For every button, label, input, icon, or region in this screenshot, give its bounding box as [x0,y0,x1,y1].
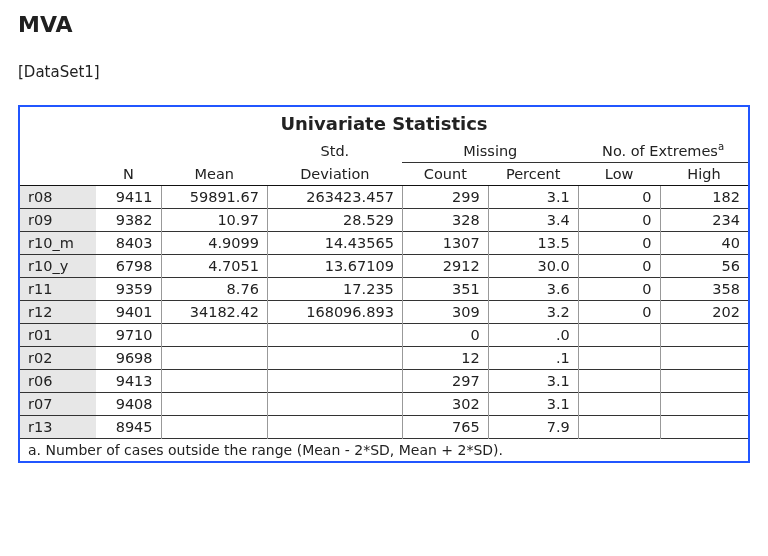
cell-missing-count: 2912 [402,254,488,277]
table-header-row-2: N Mean Deviation Count Percent Low High [20,162,748,185]
dataset-label: [DataSet1] [18,63,750,81]
header-rowlab [20,162,96,185]
cell-missing-count: 297 [402,369,488,392]
cell-variable: r09 [20,208,96,231]
cell-extremes-high: 40 [660,231,748,254]
cell-extremes-low: 0 [578,208,660,231]
cell-missing-count: 12 [402,346,488,369]
cell-extremes-low [578,346,660,369]
cell-missing-count: 1307 [402,231,488,254]
cell-stddev: 263423.457 [267,185,402,208]
cell-extremes-high: 182 [660,185,748,208]
cell-extremes-low [578,415,660,438]
table-footnote-row: a. Number of cases outside the range (Me… [20,438,748,461]
table-title: Univariate Statistics [20,107,748,138]
cell-n: 9710 [96,323,161,346]
table-row: r1193598.7617.2353513.60358 [20,277,748,300]
cell-stddev: 28.529 [267,208,402,231]
cell-stddev [267,369,402,392]
cell-mean: 59891.67 [161,185,267,208]
cell-stddev: 14.43565 [267,231,402,254]
cell-missing-percent: 30.0 [488,254,578,277]
cell-n: 9382 [96,208,161,231]
cell-n: 9401 [96,300,161,323]
cell-missing-percent: .0 [488,323,578,346]
header-mean-spacer [161,138,267,162]
cell-variable: r11 [20,277,96,300]
header-stddev: Deviation [267,162,402,185]
cell-variable: r07 [20,392,96,415]
table-row: r0197100.0 [20,323,748,346]
stats-table: Std. Missing No. of Extremesa N Mean Dev… [20,138,748,461]
cell-missing-count: 309 [402,300,488,323]
header-n: N [96,162,161,185]
cell-missing-percent: 3.4 [488,208,578,231]
table-row: r08941159891.67263423.4572993.10182 [20,185,748,208]
cell-n: 9698 [96,346,161,369]
cell-mean [161,415,267,438]
cell-variable: r12 [20,300,96,323]
header-missing-count: Count [402,162,488,185]
cell-extremes-low [578,392,660,415]
cell-missing-percent: 3.1 [488,185,578,208]
cell-missing-count: 0 [402,323,488,346]
cell-mean [161,369,267,392]
cell-stddev [267,415,402,438]
cell-variable: r08 [20,185,96,208]
cell-missing-percent: 3.2 [488,300,578,323]
cell-missing-percent: 7.9 [488,415,578,438]
table-row: r12940134182.42168096.8933093.20202 [20,300,748,323]
table-row: r0694132973.1 [20,369,748,392]
cell-extremes-high: 358 [660,277,748,300]
table-row: r1389457657.9 [20,415,748,438]
cell-missing-percent: 3.6 [488,277,578,300]
header-extremes-low: Low [578,162,660,185]
univariate-statistics-table: Univariate Statistics Std. Missing No. o… [18,105,750,463]
cell-missing-percent: 3.1 [488,369,578,392]
cell-n: 9408 [96,392,161,415]
cell-extremes-low: 0 [578,300,660,323]
cell-variable: r01 [20,323,96,346]
cell-extremes-high [660,369,748,392]
cell-extremes-high: 56 [660,254,748,277]
table-header-row-1: Std. Missing No. of Extremesa [20,138,748,162]
header-std-line1: Std. [267,138,402,162]
page-title: MVA [18,12,750,37]
header-extremes-high: High [660,162,748,185]
cell-extremes-high [660,323,748,346]
cell-n: 9413 [96,369,161,392]
cell-stddev [267,392,402,415]
header-extremes-text: No. of Extremes [602,143,718,159]
cell-mean: 4.9099 [161,231,267,254]
table-row: r09938210.9728.5293283.40234 [20,208,748,231]
cell-extremes-high: 234 [660,208,748,231]
cell-missing-count: 328 [402,208,488,231]
cell-missing-count: 765 [402,415,488,438]
cell-extremes-high: 202 [660,300,748,323]
header-mean: Mean [161,162,267,185]
cell-missing-count: 299 [402,185,488,208]
cell-stddev [267,346,402,369]
header-extremes-super: a [718,141,724,152]
cell-n: 9359 [96,277,161,300]
cell-mean [161,323,267,346]
cell-extremes-high [660,415,748,438]
cell-extremes-low [578,323,660,346]
header-missing-percent: Percent [488,162,578,185]
cell-mean [161,392,267,415]
header-extremes-group: No. of Extremesa [578,138,748,162]
cell-mean: 34182.42 [161,300,267,323]
cell-extremes-low: 0 [578,185,660,208]
cell-extremes-low: 0 [578,277,660,300]
cell-n: 9411 [96,185,161,208]
cell-missing-percent: 13.5 [488,231,578,254]
cell-variable: r13 [20,415,96,438]
cell-extremes-high [660,392,748,415]
cell-variable: r10_m [20,231,96,254]
cell-stddev [267,323,402,346]
cell-n: 8403 [96,231,161,254]
cell-mean [161,346,267,369]
table-row: r10_y67984.705113.67109291230.0056 [20,254,748,277]
table-row: r0794083023.1 [20,392,748,415]
cell-mean: 4.7051 [161,254,267,277]
